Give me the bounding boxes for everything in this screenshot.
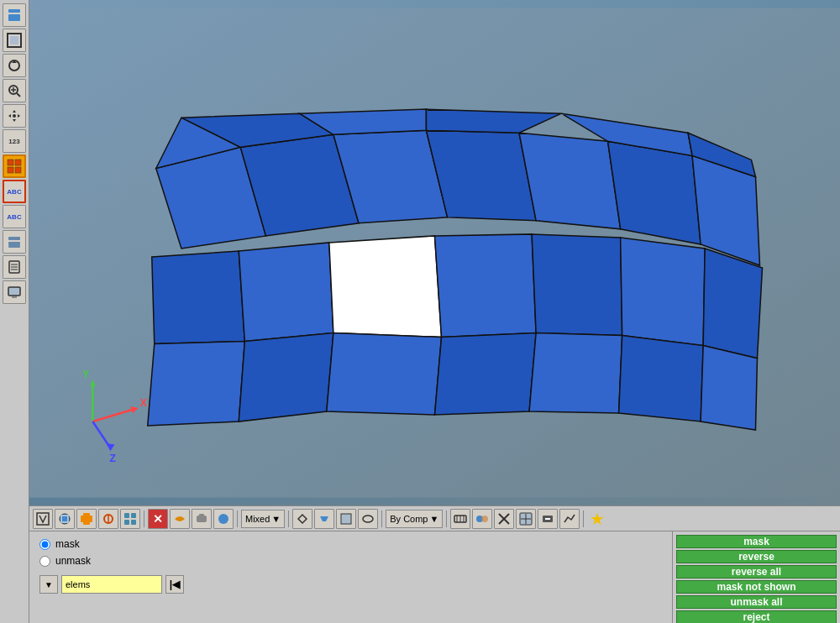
- toolbar-btn-5[interactable]: [120, 509, 140, 529]
- svg-text:X: X: [140, 397, 147, 409]
- separator-2: [237, 510, 238, 527]
- reverse-all-button[interactable]: reverse all: [676, 565, 837, 578]
- svg-marker-36: [621, 238, 706, 346]
- close-btn[interactable]: ✕: [148, 509, 168, 529]
- toolbar-btn-1[interactable]: [33, 509, 53, 529]
- elems-input[interactable]: [61, 575, 162, 594]
- toolbar-btn-8[interactable]: [213, 509, 234, 529]
- toolbar-btn-18[interactable]: [559, 509, 580, 529]
- abc2-icon[interactable]: ABC: [3, 205, 26, 228]
- mask-button[interactable]: mask: [676, 535, 837, 548]
- separator-5: [446, 510, 447, 527]
- toolbar-btn-9[interactable]: [292, 509, 312, 529]
- mask-not-shown-button[interactable]: mask not shown: [676, 580, 837, 594]
- mesh-svg: Y X Z: [29, 0, 840, 505]
- svg-rect-0: [8, 9, 20, 13]
- svg-marker-33: [329, 236, 442, 338]
- svg-text:Y: Y: [82, 369, 89, 380]
- toolbar-btn-14[interactable]: [472, 509, 492, 529]
- select-box-icon[interactable]: [3, 29, 26, 52]
- svg-rect-72: [199, 514, 204, 517]
- toolbar-btn-13[interactable]: [450, 509, 470, 529]
- unmask-all-button[interactable]: unmask all: [676, 595, 837, 609]
- toolbar-btn-3[interactable]: [76, 509, 97, 529]
- toolbar-btn-10[interactable]: [314, 509, 334, 529]
- toolbar-btn-2[interactable]: [55, 509, 75, 529]
- bycomp-dropdown[interactable]: By Comp ▼: [386, 510, 443, 528]
- toolbar-btn-12[interactable]: [358, 509, 378, 529]
- layers-icon[interactable]: [3, 230, 26, 254]
- svg-text:Z: Z: [109, 453, 116, 464]
- svg-marker-37: [703, 249, 762, 359]
- svg-marker-43: [619, 336, 704, 422]
- svg-rect-16: [8, 245, 20, 248]
- svg-marker-38: [148, 342, 245, 427]
- separator-6: [583, 510, 584, 527]
- zoom-icon[interactable]: [3, 79, 26, 102]
- viewport[interactable]: Y X Z: [29, 0, 840, 505]
- svg-rect-67: [124, 513, 129, 518]
- svg-rect-10: [8, 160, 13, 165]
- svg-rect-68: [131, 513, 136, 518]
- svg-marker-44: [701, 346, 757, 431]
- svg-rect-3: [10, 36, 18, 44]
- abc-icon[interactable]: ABC: [3, 180, 26, 203]
- app: 123 ABC ABC: [0, 0, 840, 623]
- svg-marker-39: [239, 332, 333, 421]
- left-toolbar: 123 ABC ABC: [0, 0, 29, 623]
- reject-button[interactable]: reject: [676, 610, 837, 623]
- unmask-radio[interactable]: [39, 556, 50, 567]
- unmask-radio-row: unmask: [39, 555, 662, 567]
- svg-point-73: [218, 514, 228, 524]
- separator-1: [144, 510, 144, 527]
- unmask-label[interactable]: unmask: [55, 555, 91, 567]
- mixed-dropdown[interactable]: Mixed ▼: [241, 510, 285, 528]
- svg-marker-34: [435, 234, 537, 338]
- controls-area: mask unmask ▼ |◀ mask reverse: [29, 531, 840, 623]
- right-panel: mask reverse reverse all mask not shown …: [672, 531, 840, 623]
- bottom-toolbar: ✕ Mixed ▼: [29, 505, 840, 531]
- mask-radio-row: mask: [39, 538, 662, 550]
- toolbar-btn-15[interactable]: [494, 509, 514, 529]
- viewport-container: Y X Z: [29, 0, 840, 623]
- svg-marker-29: [608, 141, 701, 244]
- svg-marker-28: [519, 133, 621, 229]
- svg-rect-11: [15, 160, 21, 165]
- elems-row: ▼ |◀: [39, 575, 662, 594]
- settings-icon[interactable]: [3, 255, 26, 279]
- pointer-icon[interactable]: [3, 3, 26, 27]
- toolbar-btn-11[interactable]: [336, 509, 356, 529]
- separator-4: [381, 510, 382, 527]
- svg-rect-12: [8, 167, 13, 173]
- reverse-button[interactable]: reverse: [676, 550, 837, 563]
- svg-line-6: [17, 93, 20, 97]
- main-area: 123 ABC ABC: [0, 0, 840, 623]
- rotate-icon[interactable]: [3, 54, 26, 77]
- svg-marker-40: [327, 332, 442, 415]
- numbers-icon[interactable]: 123: [3, 129, 26, 153]
- toolbar-btn-7[interactable]: [192, 509, 212, 529]
- reset-btn[interactable]: |◀: [165, 575, 184, 594]
- toolbar-btn-17[interactable]: [538, 509, 558, 529]
- mask-radio[interactable]: [39, 539, 50, 550]
- svg-rect-88: [545, 518, 550, 520]
- svg-rect-14: [8, 237, 20, 240]
- svg-marker-42: [529, 332, 622, 412]
- svg-rect-13: [15, 167, 21, 173]
- toolbar-btn-16[interactable]: [516, 509, 536, 529]
- bycomp-dropdown-arrow: ▼: [429, 514, 438, 524]
- elems-dropdown-arrow[interactable]: ▼: [39, 575, 58, 594]
- pan-icon[interactable]: [3, 104, 26, 128]
- mixed-dropdown-arrow: ▼: [271, 514, 281, 524]
- svg-rect-64: [83, 513, 90, 525]
- star-icon[interactable]: ★: [587, 509, 607, 529]
- toolbar-btn-6[interactable]: [170, 509, 190, 529]
- display-icon[interactable]: [3, 280, 26, 304]
- grid-icon[interactable]: [3, 154, 26, 178]
- svg-point-75: [363, 516, 373, 522]
- toolbar-btn-4[interactable]: [98, 509, 118, 529]
- mask-label[interactable]: mask: [55, 538, 80, 550]
- svg-rect-70: [131, 520, 136, 525]
- svg-rect-21: [8, 287, 20, 296]
- svg-marker-35: [532, 234, 622, 336]
